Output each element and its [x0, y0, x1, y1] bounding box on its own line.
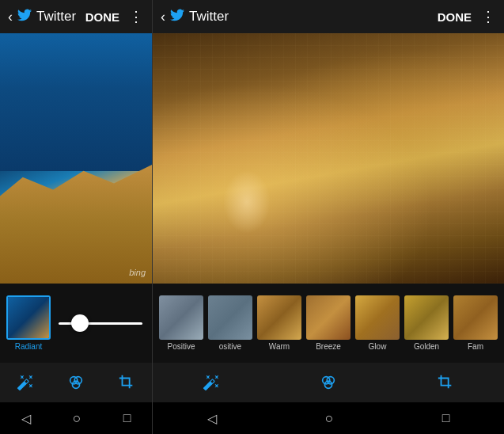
right-done-button[interactable]: DONE	[438, 10, 472, 24]
right-filter-strip: Positive ositive Warm Breeze Glow	[153, 284, 504, 363]
right-filter-positive2-thumb	[208, 295, 252, 340]
left-photo: bing	[0, 33, 152, 284]
right-filter-glow-label: Glow	[369, 342, 387, 351]
left-top-bar-left: ‹ Twitter	[8, 8, 76, 26]
right-filter-glow-thumb	[355, 295, 400, 340]
left-nav-back[interactable]: ◁	[21, 411, 31, 426]
right-filter-golden-label: Golden	[414, 342, 439, 351]
right-filter-warm[interactable]: Warm	[257, 295, 301, 351]
left-filter-strip: Radiant	[0, 284, 152, 363]
right-top-bar-title: Twitter	[189, 9, 229, 25]
right-filter-positive1[interactable]: Positive	[159, 295, 203, 351]
bing-watermark: bing	[129, 268, 146, 277]
right-panel: ‹ Twitter DONE ⋮ Positive	[153, 0, 504, 434]
right-nav-home[interactable]: ○	[325, 410, 334, 427]
right-filter-glow[interactable]: Glow	[355, 295, 400, 351]
right-filter-warm-thumb	[257, 295, 301, 340]
left-nav-bar: ◁ ○ □	[0, 402, 152, 434]
right-filter-golden-thumb	[404, 295, 449, 340]
right-crop-button[interactable]	[431, 368, 460, 397]
right-filter-golden[interactable]: Golden	[404, 295, 449, 351]
right-filter-fam-label: Fam	[468, 342, 483, 351]
right-nav-bar: ◁ ○ □	[153, 402, 504, 434]
svg-point-2	[72, 381, 79, 388]
right-nav-back[interactable]: ◁	[207, 411, 217, 426]
left-crop-button[interactable]	[112, 368, 141, 397]
right-filter-breeze-label: Breeze	[316, 342, 341, 351]
right-photo-grid	[153, 33, 504, 284]
left-wand-button[interactable]	[11, 368, 40, 397]
left-done-button[interactable]: DONE	[85, 10, 119, 24]
right-filter-warm-label: Warm	[269, 342, 290, 351]
left-image-area: bing	[0, 33, 152, 284]
right-filter-positive1-thumb	[159, 295, 203, 340]
right-filter-positive2[interactable]: ositive	[208, 295, 252, 351]
left-slider-thumb[interactable]	[71, 314, 89, 332]
svg-point-1	[74, 377, 81, 384]
svg-point-4	[327, 377, 334, 384]
left-slider-container[interactable]	[55, 322, 146, 325]
left-color-button[interactable]	[62, 368, 90, 397]
right-twitter-logo	[170, 8, 184, 26]
right-wand-button[interactable]	[197, 368, 225, 397]
right-filter-breeze-thumb	[306, 295, 351, 340]
left-filter-radiant-thumb	[6, 295, 51, 340]
right-filter-fam[interactable]: Fam	[453, 295, 498, 351]
right-filter-breeze[interactable]: Breeze	[306, 295, 351, 351]
left-twitter-logo	[17, 8, 32, 26]
right-filter-positive1-label: Positive	[167, 342, 195, 351]
right-image-area	[153, 33, 504, 284]
right-top-bar-right: DONE ⋮	[438, 8, 496, 25]
left-nav-square[interactable]: □	[123, 411, 131, 425]
left-filter-radiant-label: Radiant	[15, 342, 42, 351]
left-nav-home[interactable]: ○	[73, 410, 81, 427]
right-nav-square[interactable]: □	[442, 411, 450, 425]
left-back-button[interactable]: ‹	[8, 9, 13, 25]
right-filter-fam-thumb	[453, 295, 498, 340]
left-top-bar-right: DONE ⋮	[85, 8, 144, 25]
right-bottom-toolbar	[153, 363, 504, 402]
left-more-button[interactable]: ⋮	[129, 8, 144, 25]
right-color-button[interactable]	[314, 368, 343, 397]
right-photo	[153, 33, 504, 284]
svg-point-5	[324, 381, 332, 388]
right-top-bar-left: ‹ Twitter	[161, 8, 229, 26]
left-slider-track[interactable]	[59, 322, 142, 325]
left-bottom-toolbar	[0, 363, 152, 402]
right-filter-positive2-label: ositive	[219, 342, 241, 351]
left-panel: ‹ Twitter DONE ⋮ bing Radi	[0, 0, 152, 434]
right-top-bar: ‹ Twitter DONE ⋮	[153, 0, 504, 33]
left-filter-radiant[interactable]: Radiant	[6, 295, 51, 351]
left-top-bar-title: Twitter	[36, 9, 76, 25]
left-top-bar: ‹ Twitter DONE ⋮	[0, 0, 152, 33]
right-back-button[interactable]: ‹	[161, 9, 165, 25]
right-more-button[interactable]: ⋮	[481, 8, 496, 25]
